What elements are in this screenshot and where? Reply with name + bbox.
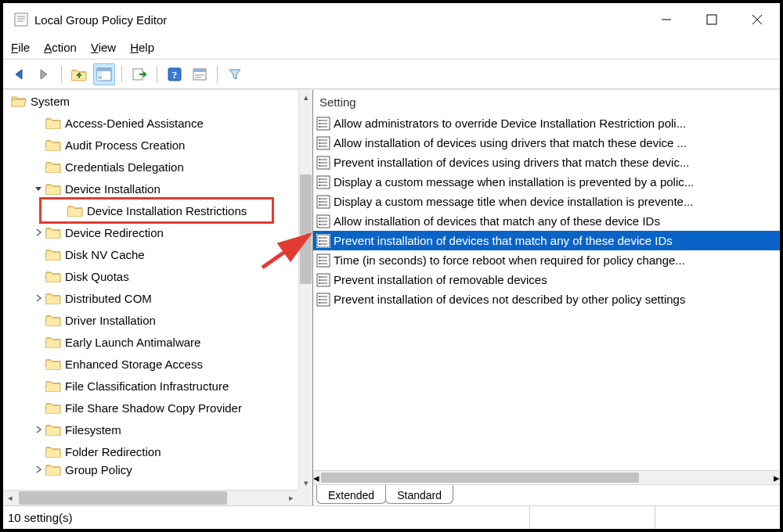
twisty-placeholder bbox=[33, 139, 44, 150]
setting-row[interactable]: Allow administrators to override Device … bbox=[313, 113, 780, 133]
tree-item[interactable]: Device Installation Restrictions bbox=[3, 200, 298, 221]
setting-row[interactable]: Prevent installation of devices using dr… bbox=[313, 153, 780, 172]
horizontal-scrollbar[interactable]: ◂ ▸ bbox=[313, 470, 780, 484]
policy-setting-icon bbox=[316, 136, 330, 150]
nav-back-button[interactable] bbox=[8, 63, 30, 85]
tab-extended[interactable]: Extended bbox=[316, 485, 386, 504]
setting-label: Display a custom message when installati… bbox=[334, 175, 694, 189]
folder-icon bbox=[45, 226, 61, 239]
setting-row[interactable]: Display a custom message title when devi… bbox=[313, 192, 780, 211]
tree-item-label: Folder Redirection bbox=[65, 445, 161, 458]
up-level-button[interactable] bbox=[68, 63, 90, 85]
scroll-left-button[interactable]: ◂ bbox=[3, 491, 17, 505]
export-list-button[interactable] bbox=[128, 63, 150, 85]
scroll-right-button[interactable]: ▸ bbox=[284, 491, 298, 505]
scroll-thumb[interactable] bbox=[19, 491, 227, 505]
setting-row[interactable]: Display a custom message when installati… bbox=[313, 172, 780, 192]
tree-item[interactable]: Credentials Delegation bbox=[3, 156, 298, 178]
setting-label: Allow administrators to override Device … bbox=[334, 117, 686, 130]
twisty-placeholder bbox=[33, 446, 44, 457]
scroll-thumb[interactable] bbox=[300, 174, 312, 284]
column-header-label: Setting bbox=[319, 95, 356, 109]
settings-list-pane: Setting Allow administrators to override… bbox=[313, 90, 780, 505]
tree-item[interactable]: File Classification Infrastructure bbox=[3, 375, 298, 397]
menubar: File Action View Help bbox=[3, 36, 780, 59]
chevron-right-icon[interactable] bbox=[33, 464, 44, 475]
tree-item[interactable]: Driver Installation bbox=[3, 309, 298, 331]
tree-item[interactable]: Filesystem bbox=[3, 419, 298, 440]
window-title: Local Group Policy Editor bbox=[34, 13, 644, 27]
menu-help[interactable]: Help bbox=[130, 41, 154, 54]
scroll-right-button[interactable]: ▸ bbox=[774, 471, 780, 484]
folder-icon bbox=[45, 182, 61, 195]
twisty-placeholder bbox=[33, 336, 44, 347]
policy-setting-icon bbox=[316, 253, 330, 268]
tree-item-label: Filesystem bbox=[65, 423, 121, 437]
navigation-tree-pane: System Access-Denied AssistanceAudit Pro… bbox=[3, 90, 313, 505]
properties-button[interactable] bbox=[189, 63, 211, 85]
horizontal-scrollbar[interactable]: ◂ ▸ bbox=[3, 490, 298, 505]
tree-item[interactable]: Device Installation bbox=[3, 178, 298, 200]
tree-item[interactable]: Enhanced Storage Access bbox=[3, 353, 298, 375]
tab-label: Standard bbox=[397, 489, 442, 501]
chevron-down-icon[interactable] bbox=[33, 183, 44, 194]
filter-button[interactable] bbox=[224, 63, 246, 85]
folder-icon bbox=[45, 336, 61, 348]
svg-text:?: ? bbox=[172, 69, 178, 81]
folder-icon bbox=[67, 204, 83, 217]
toolbar-separator bbox=[121, 66, 122, 83]
tree-item-label: File Classification Infrastructure bbox=[65, 379, 229, 393]
nav-forward-button[interactable] bbox=[33, 63, 55, 85]
close-button[interactable] bbox=[734, 3, 780, 36]
setting-row[interactable]: Allow installation of devices that match… bbox=[313, 211, 780, 231]
setting-label: Prevent installation of devices not desc… bbox=[334, 293, 685, 306]
policy-setting-icon bbox=[316, 273, 330, 287]
setting-row[interactable]: Prevent installation of devices not desc… bbox=[313, 289, 780, 309]
minimize-button[interactable] bbox=[644, 3, 689, 36]
setting-row[interactable]: Prevent installation of removable device… bbox=[313, 270, 780, 289]
tree-item[interactable]: Access-Denied Assistance bbox=[3, 112, 298, 134]
tree-item[interactable]: Device Redirection bbox=[3, 221, 298, 243]
scroll-down-button[interactable]: ▾ bbox=[299, 476, 313, 490]
settings-rows: Allow administrators to override Device … bbox=[313, 113, 780, 470]
svg-rect-16 bbox=[97, 68, 111, 71]
scroll-thumb[interactable] bbox=[321, 473, 639, 483]
setting-row[interactable]: Allow installation of devices using driv… bbox=[313, 133, 780, 153]
menu-file[interactable]: File bbox=[11, 41, 30, 54]
toolbar-separator bbox=[157, 66, 157, 83]
tree-item[interactable]: Folder Redirection bbox=[3, 440, 298, 462]
setting-label: Time (in seconds) to force reboot when r… bbox=[334, 253, 685, 267]
chevron-right-icon[interactable] bbox=[33, 424, 44, 435]
tree-item-system[interactable]: System bbox=[3, 90, 298, 112]
tree-item[interactable]: Early Launch Antimalware bbox=[3, 331, 298, 353]
maximize-button[interactable] bbox=[689, 3, 734, 36]
tree-item[interactable]: Distributed COM bbox=[3, 287, 298, 309]
tree-item[interactable]: Audit Process Creation bbox=[3, 134, 298, 156]
status-cell bbox=[655, 506, 780, 529]
svg-rect-12 bbox=[707, 15, 716, 24]
chevron-right-icon[interactable] bbox=[33, 293, 44, 304]
twisty-placeholder bbox=[33, 117, 44, 128]
scroll-up-button[interactable]: ▴ bbox=[299, 90, 313, 104]
twisty-placeholder bbox=[33, 358, 44, 369]
tree-item[interactable]: File Share Shadow Copy Provider bbox=[3, 397, 298, 419]
column-header-setting[interactable]: Setting bbox=[313, 90, 780, 113]
folder-icon bbox=[45, 292, 61, 304]
help-button[interactable]: ? bbox=[164, 63, 186, 85]
show-hide-tree-button[interactable] bbox=[93, 63, 115, 85]
tree-item[interactable]: Group Policy bbox=[3, 462, 298, 476]
menu-action[interactable]: Action bbox=[44, 41, 77, 54]
menu-view[interactable]: View bbox=[91, 41, 116, 54]
tree-item[interactable]: Disk Quotas bbox=[3, 265, 298, 287]
chevron-right-icon[interactable] bbox=[33, 227, 44, 238]
scroll-left-button[interactable]: ◂ bbox=[313, 471, 319, 484]
setting-row[interactable]: Prevent installation of devices that mat… bbox=[313, 231, 780, 250]
policy-setting-icon bbox=[316, 175, 330, 189]
tab-standard[interactable]: Standard bbox=[385, 485, 453, 504]
setting-row[interactable]: Time (in seconds) to force reboot when r… bbox=[313, 250, 780, 270]
folder-icon bbox=[45, 314, 61, 326]
tree-list[interactable]: System Access-Denied AssistanceAudit Pro… bbox=[3, 90, 298, 490]
tree-item[interactable]: Disk NV Cache bbox=[3, 243, 298, 265]
vertical-scrollbar[interactable]: ▴ ▾ bbox=[298, 90, 312, 490]
policy-setting-icon bbox=[316, 234, 330, 248]
